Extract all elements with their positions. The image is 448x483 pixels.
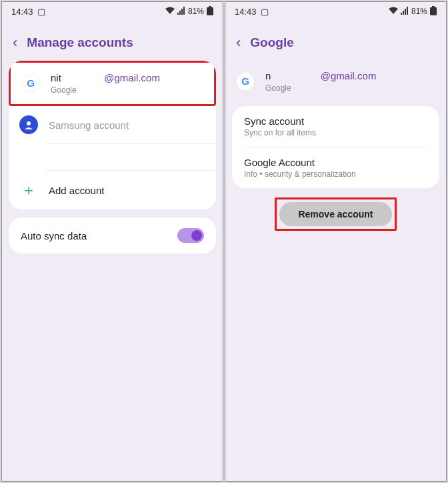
- add-account-button[interactable]: ＋ Add account: [9, 171, 216, 209]
- image-icon: ▢: [37, 7, 45, 17]
- page-title: Google: [250, 35, 293, 50]
- auto-sync-toggle[interactable]: [177, 228, 204, 243]
- accounts-card: G nit @gmail.com Google Samsung account: [9, 61, 216, 209]
- svg-rect-11: [432, 6, 435, 7]
- settings-card: Sync account Sync on for all items Googl…: [232, 106, 439, 188]
- auto-sync-card: Auto sync data: [9, 217, 216, 254]
- signal-icon: [401, 7, 409, 17]
- svg-rect-8: [403, 11, 404, 15]
- highlight-remove: Remove account: [275, 197, 396, 231]
- wifi-icon: [389, 7, 398, 17]
- account-item-google[interactable]: G nit @gmail.com Google: [11, 63, 214, 104]
- svg-rect-5: [207, 7, 213, 15]
- plus-icon: ＋: [19, 180, 38, 200]
- header: ‹ Manage accounts: [2, 21, 223, 61]
- account-email-local: n: [265, 70, 271, 81]
- google-icon: G: [21, 74, 40, 93]
- svg-rect-12: [430, 7, 437, 15]
- remove-account-button[interactable]: Remove account: [279, 202, 391, 226]
- auto-sync-row[interactable]: Auto sync data: [9, 217, 216, 254]
- battery-text: 81%: [188, 7, 204, 16]
- gaccount-title: Google Account: [244, 157, 427, 168]
- status-bar: 14:43 ▢ 81%: [2, 2, 223, 21]
- back-icon[interactable]: ‹: [236, 34, 241, 51]
- svg-rect-9: [405, 9, 406, 15]
- auto-sync-label: Auto sync data: [21, 230, 87, 242]
- back-icon[interactable]: ‹: [13, 34, 17, 51]
- account-item-samsung[interactable]: Samsung account: [9, 106, 216, 143]
- google-account-item[interactable]: Google Account Info • security & persona…: [232, 147, 439, 188]
- sync-sub: Sync on for all items: [244, 128, 427, 137]
- account-provider: Google: [265, 83, 435, 93]
- highlight-google-account: G nit @gmail.com Google: [9, 61, 216, 106]
- status-time: 14:43: [11, 7, 33, 17]
- page-title: Manage accounts: [27, 35, 133, 50]
- screen-google-account: 14:43 ▢ 81% ‹ Google G n @gmail.com: [225, 1, 447, 482]
- header: ‹ Google: [225, 21, 446, 61]
- svg-rect-7: [401, 13, 402, 15]
- account-email-local: nit: [51, 72, 61, 83]
- gaccount-sub: Info • security & personalization: [244, 169, 427, 179]
- account-info: G n @gmail.com Google: [225, 61, 446, 106]
- account-name: Samsung account: [49, 119, 205, 131]
- account-email-domain: @gmail.com: [321, 70, 377, 81]
- account-provider: Google: [51, 85, 203, 95]
- samsung-icon: [19, 115, 38, 134]
- sync-title: Sync account: [244, 115, 427, 127]
- account-email-domain: @gmail.com: [104, 72, 160, 83]
- google-icon: G: [236, 72, 255, 91]
- sync-account-item[interactable]: Sync account Sync on for all items: [232, 106, 439, 147]
- svg-rect-0: [177, 13, 179, 15]
- svg-rect-1: [179, 11, 181, 15]
- svg-rect-3: [183, 7, 185, 15]
- battery-icon: [207, 6, 213, 17]
- battery-text: 81%: [411, 7, 427, 16]
- status-time: 14:43: [235, 7, 257, 17]
- screen-manage-accounts: 14:43 ▢ 81% ‹ Manage accounts G: [1, 1, 223, 482]
- status-bar: 14:43 ▢ 81%: [225, 2, 446, 21]
- wifi-icon: [165, 7, 175, 17]
- add-account-label: Add account: [49, 185, 104, 196]
- svg-rect-4: [209, 6, 211, 7]
- remove-wrap: Remove account: [225, 197, 446, 231]
- signal-icon: [177, 7, 185, 17]
- svg-rect-10: [407, 7, 408, 15]
- svg-point-6: [27, 121, 31, 125]
- image-icon: ▢: [261, 7, 269, 17]
- battery-icon: [430, 6, 437, 17]
- svg-rect-2: [181, 9, 183, 15]
